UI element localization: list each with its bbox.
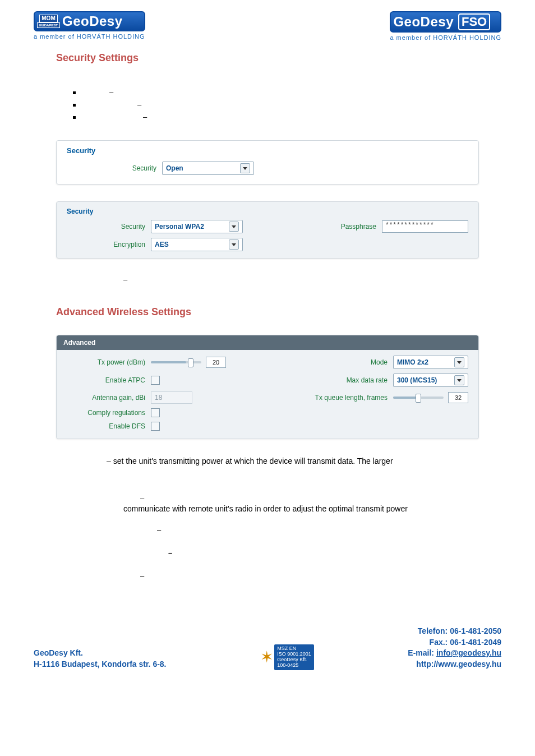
footer-url[interactable]: http://www.geodesy.hu [408, 659, 501, 670]
footer: GeoDesy Kft. H-1116 Budapest, Kondorfa s… [0, 603, 535, 681]
panel-title: Security [57, 141, 478, 158]
footer-email: E-mail: info@geodesy.hu [408, 648, 501, 659]
mode-select[interactable]: MIMO 2x2 [393, 356, 468, 369]
dash-icon: – [137, 99, 141, 111]
security-select[interactable]: Personal WPA2 [151, 220, 243, 233]
antenna-value: 18 [151, 391, 192, 404]
mode-select-value: MIMO 2x2 [397, 358, 428, 366]
txpower-label: Tx power (dBm) [67, 358, 145, 366]
chevron-down-icon [240, 163, 250, 173]
rate-label: Max data rate [347, 376, 388, 384]
bullet-icon [73, 116, 76, 119]
txpower-value: 20 [206, 357, 226, 368]
chevron-down-icon [454, 357, 464, 367]
logo-right: GeoDesy FSO a member of HORVÁTH HOLDING [390, 11, 501, 41]
footer-contact: Telefon: 06-1-481-2050 Fax.: 06-1-481-20… [408, 626, 501, 670]
bullet-list: – – – [73, 86, 501, 123]
ribbon-icon: ✶ [260, 648, 273, 666]
logo-left-mom: MOM [39, 15, 57, 22]
security-select-value: Personal WPA2 [155, 223, 204, 231]
mode-label: Mode [371, 358, 388, 366]
atpc-label: Enable ATPC [67, 376, 145, 384]
comply-checkbox[interactable] [151, 408, 160, 417]
txq-value: 32 [448, 392, 468, 403]
bullet-icon [73, 104, 76, 107]
dash-icon: – [157, 525, 501, 534]
logo-right-tagline: a member of HORVÁTH HOLDING [390, 34, 501, 41]
security-select[interactable]: Open [162, 162, 254, 175]
encryption-select[interactable]: AES [151, 238, 243, 251]
panel-title: Security [57, 202, 478, 218]
chevron-down-icon [229, 239, 239, 250]
dash-icon: – [143, 111, 147, 123]
header: MOM BUDAPEST GeoDesy a member of HORVÁTH… [34, 11, 501, 41]
footer-fax: Fax.: 06-1-481-2049 [408, 637, 501, 648]
dfs-checkbox[interactable] [151, 422, 160, 431]
cert-box: MSZ EN ISO 9001:2001 GeoDesy Kft. 100-04… [274, 644, 314, 670]
encryption-label: Encryption [67, 241, 145, 248]
chevron-down-icon [454, 375, 464, 385]
security-label: Security [67, 164, 156, 172]
logo-right-fso: FSO [458, 13, 490, 30]
dfs-label: Enable DFS [67, 422, 145, 430]
dash-icon: – [109, 86, 113, 99]
logo-left-tagline: a member of HORVÁTH HOLDING [34, 33, 145, 40]
txq-slider[interactable]: 32 [393, 392, 468, 403]
antenna-label: Antenna gain, dBi [67, 394, 145, 402]
logo-left-brand: GeoDesy [62, 13, 123, 29]
logo-left: MOM BUDAPEST GeoDesy a member of HORVÁTH… [34, 11, 145, 40]
dash-icon: – [168, 548, 501, 557]
encryption-select-value: AES [155, 241, 169, 248]
rate-select[interactable]: 300 (MCS15) [393, 374, 468, 387]
section-title-security: Security Settings [56, 52, 501, 64]
logo-right-brand: GeoDesy [393, 14, 454, 30]
atpc-checkbox[interactable] [151, 376, 160, 385]
section-title-advanced: Advanced Wireless Settings [56, 306, 501, 318]
rate-select-value: 300 (MCS15) [397, 376, 437, 384]
paragraph-txpower: – set the unit's transmitting power at w… [107, 456, 479, 467]
txq-label: Tx queue length, frames [315, 394, 388, 402]
footer-street: H-1116 Budapest, Kondorfa str. 6-8. [34, 659, 167, 670]
dash-icon: – [123, 275, 501, 284]
security-label: Security [67, 223, 145, 231]
security-wpa-panel: Security Security Personal WPA2 Passphra… [56, 201, 479, 259]
footer-address: GeoDesy Kft. H-1116 Budapest, Kondorfa s… [34, 648, 167, 670]
passphrase-input[interactable]: ************* [382, 220, 468, 233]
advanced-panel: Advanced Tx power (dBm) 20 Mode MIMO 2x2… [56, 335, 479, 439]
footer-company: GeoDesy Kft. [34, 648, 167, 659]
dash-icon: – [140, 571, 501, 580]
panel-title: Advanced [57, 335, 478, 350]
txpower-slider[interactable]: 20 [151, 357, 226, 368]
passphrase-label: Passphrase [341, 223, 376, 231]
footer-phone: Telefon: 06-1-481-2050 [408, 626, 501, 637]
comply-label: Comply regulations [67, 409, 145, 417]
footer-cert: ✶ MSZ EN ISO 9001:2001 GeoDesy Kft. 100-… [260, 644, 314, 670]
security-select-value: Open [166, 164, 183, 172]
footer-email-link[interactable]: info@geodesy.hu [436, 648, 501, 657]
security-open-panel: Security Security Open [56, 140, 479, 185]
logo-left-sub: BUDAPEST [37, 22, 60, 28]
bullet-icon [73, 91, 76, 94]
chevron-down-icon [229, 222, 239, 232]
dash-icon: – [140, 494, 501, 503]
paragraph-atpc: communicate with remote unit's radio in … [123, 504, 479, 515]
